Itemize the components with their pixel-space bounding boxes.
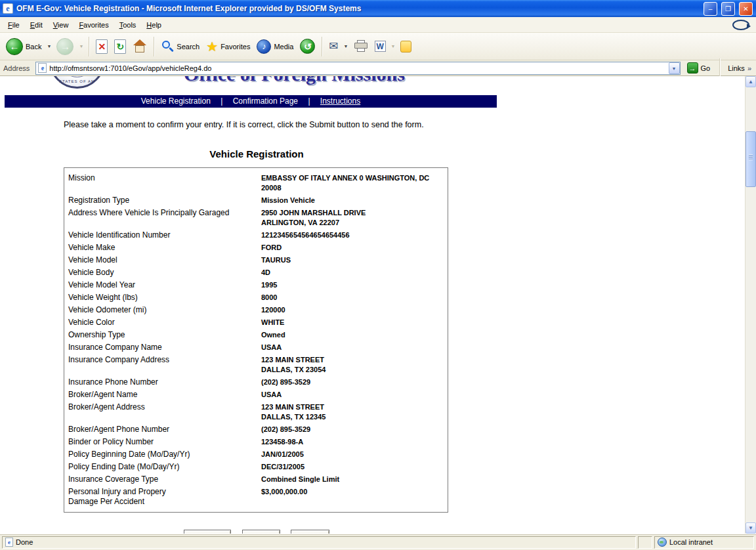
scroll-up-button[interactable]: ▲ [746,76,756,87]
chevron-expand-icon[interactable]: » [747,64,751,72]
messenger-button[interactable] [398,39,414,54]
menu-item-view[interactable]: View [48,18,74,32]
search-button[interactable]: Search [158,38,202,55]
field-label: Address Where Vehicle Is Principally Gar… [64,208,261,228]
mail-dropdown-icon[interactable]: ▼ [343,44,350,49]
field-value: WHITE [261,318,448,328]
nav-separator: | [213,96,230,106]
field-label: Ownership Type [64,330,261,340]
status-text: Done [16,538,33,546]
field-label: Registration Type [64,196,261,205]
edit-form-button[interactable]: Edit Form [184,530,231,534]
field-label: Broker/Agent Name [64,390,261,400]
address-label: Address [2,64,33,72]
masthead: STATES OF AM Office of Foreign Missions [0,76,513,92]
field-value: Owned [261,330,448,340]
favorites-button[interactable]: ★ Favorites [203,38,253,55]
minimize-button[interactable]: – [704,2,717,16]
edit-with-word-button[interactable]: W [372,39,388,54]
forward-button[interactable]: → [54,36,76,57]
cancel-button[interactable]: Cancel [291,530,329,534]
field-value: (202) 895-3529 [261,425,448,434]
menu-item-file[interactable]: File [3,18,25,32]
table-row: Policy Beginning Date (Mo/Day/Yr) JAN/01… [64,448,448,461]
address-input[interactable]: e http://ofmsntsorw1:7010/eGov/app/vehic… [35,62,680,75]
scrollbar-track[interactable] [746,87,756,522]
nav-separator: | [300,96,318,106]
field-value: $3,000,000.00 [261,487,448,507]
scroll-down-button[interactable]: ▼ [746,522,756,534]
field-label: Broker/Agent Phone Number [64,425,261,434]
media-label: Media [274,43,293,51]
mail-icon: ✉ [329,39,338,53]
submit-button[interactable]: Submit [242,530,280,534]
go-button[interactable]: → Go [683,62,715,74]
field-value: 123 MAIN STREET DALLAS, TX 23054 [261,355,448,375]
menu-item-tools[interactable]: Tools [114,18,142,32]
toolbar-separator [322,37,322,56]
form-actions: Edit Form Submit Cancel [0,530,513,534]
media-button[interactable]: ♪ Media [254,37,296,56]
browser-viewport: STATES OF AM Office of Foreign Missions … [0,76,756,534]
table-row: Vehicle Make FORD [64,242,448,254]
table-row: Vehicle Identification Number 1212345654… [64,229,448,242]
address-dropdown-button[interactable]: ▼ [669,62,680,74]
address-url[interactable]: http://ofmsntsorw1:7010/eGov/app/vehicle… [49,64,665,72]
field-label: Vehicle Model [64,255,261,265]
menu-item-edit[interactable]: Edit [25,18,48,32]
print-button[interactable] [351,38,371,54]
field-label: Personal Injury and Propery Damage Per A… [64,487,261,507]
status-bar: e Done Local intranet [0,534,756,550]
field-value: 120000 [261,305,448,315]
table-row: Insurance Coverage Type Combined Single … [64,473,448,486]
nav-item-instructions[interactable]: Instructions [320,96,360,106]
forward-dropdown-icon[interactable]: ▼ [77,44,85,49]
field-label: Policy Beginning Date (Mo/Day/Yr) [64,450,261,459]
site-title: Office of Foreign Missions [184,76,405,85]
table-row: Broker/Agent Address 123 MAIN STREET DAL… [64,401,448,423]
web-page: STATES OF AM Office of Foreign Missions … [0,76,745,534]
field-value: 1212345654564654654456 [261,230,448,240]
field-value: USAA [261,390,448,400]
window-title: OFM E-Gov: Vehicle Registration - Micros… [16,4,700,13]
table-row: Insurance Company Address 123 MAIN STREE… [64,354,448,376]
back-icon: ← [6,38,23,55]
nav-item-confirmation-page[interactable]: Confirmation Page [233,96,298,106]
brand-icon [732,20,749,30]
field-value: 8000 [261,293,448,303]
menu-item-help[interactable]: Help [141,18,167,32]
printer-icon [354,40,368,53]
field-label: Policy Ending Date (Mo/Day/Yr) [64,462,261,472]
status-message-panel: e Done [2,536,636,549]
restore-button[interactable]: ❐ [721,2,735,16]
refresh-button[interactable]: ↻ [112,37,129,56]
go-icon: → [687,62,698,74]
menu-item-favorites[interactable]: Favorites [74,18,114,32]
table-row: Vehicle Body 4D [64,266,448,279]
nav-item-vehicle-registration[interactable]: Vehicle Registration [141,96,211,106]
links-menu[interactable]: Links » [725,64,754,72]
mail-button[interactable]: ✉ [326,37,341,55]
table-row: Ownership Type Owned [64,329,448,341]
close-button[interactable]: ✕ [739,2,753,16]
field-label: Vehicle Odometer (mi) [64,305,261,315]
search-label: Search [177,43,200,51]
messenger-icon [400,41,411,53]
field-value: 2950 JOHN MARSHALL DRIVE ARLINGTON, VA 2… [261,208,448,228]
back-button[interactable]: ← Back [3,36,44,57]
history-button[interactable]: ↺ [297,37,318,56]
stop-button[interactable]: ✕ [93,37,110,56]
seal-arc-text: STATES OF AM [51,79,103,83]
security-zone-panel: Local intranet [654,536,754,549]
back-dropdown-icon[interactable]: ▼ [45,44,52,49]
table-row: Personal Injury and Propery Damage Per A… [64,486,448,508]
table-row: Binder or Policy Number 123458-98-A [64,436,448,448]
ofm-seal-logo: STATES OF AM [49,76,105,89]
address-bar: Address e http://ofmsntsorw1:7010/eGov/a… [0,60,756,76]
vertical-scrollbar[interactable]: ▲ ▼ [745,76,756,534]
scrollbar-thumb[interactable] [746,131,756,187]
home-button[interactable] [130,37,150,55]
field-label: Insurance Phone Number [64,377,261,387]
field-value: 123 MAIN STREET DALLAS, TX 12345 [261,402,448,422]
addressbar-separator [719,58,720,78]
